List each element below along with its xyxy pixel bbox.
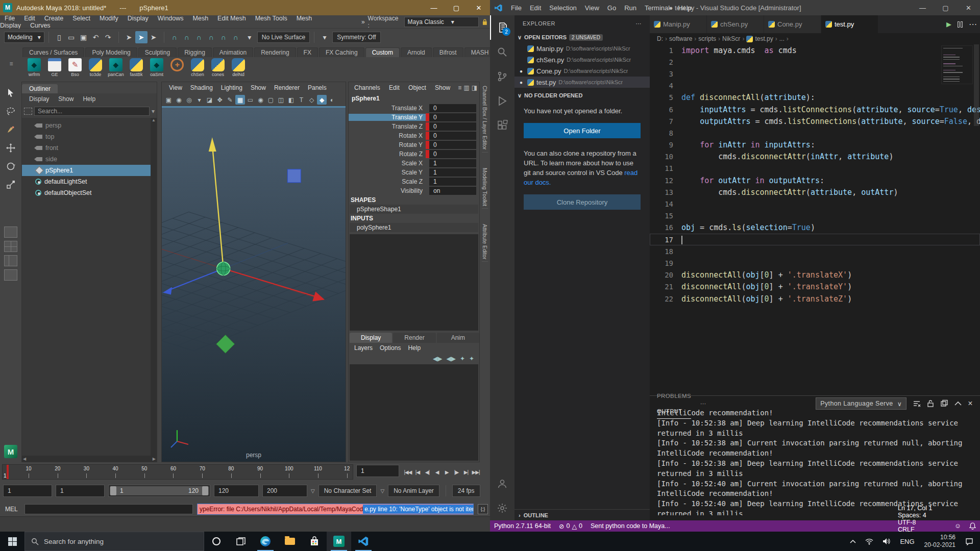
- vscode-close-button[interactable]: ✕: [957, 0, 980, 15]
- shelf-tab[interactable]: Curves / Surfaces: [22, 47, 84, 57]
- viewport-menu-item[interactable]: View: [165, 84, 186, 91]
- vscode-menu-item[interactable]: View: [581, 4, 603, 12]
- channel-value-field[interactable]: 0: [429, 132, 476, 140]
- snap-to-view-plane-icon[interactable]: ∩: [217, 31, 230, 43]
- new-empty-layer-icon[interactable]: ✦: [460, 355, 465, 362]
- more-actions-icon[interactable]: ⋯: [636, 20, 642, 27]
- shelf-tab[interactable]: FX Caching: [319, 47, 364, 57]
- clear-output-icon[interactable]: [913, 399, 921, 408]
- channel-value-field[interactable]: 0: [429, 150, 476, 158]
- channel-value-field[interactable]: 1: [429, 159, 476, 167]
- maximize-panel-icon[interactable]: [954, 401, 962, 406]
- code-line[interactable]: 6 inputAttrs = cmds.listConnections(attr…: [650, 104, 980, 115]
- cortana-button[interactable]: [204, 532, 229, 551]
- new-scene-icon[interactable]: ▯: [53, 31, 65, 43]
- mel-label[interactable]: MEL: [5, 506, 20, 513]
- range-end-handle[interactable]: [202, 486, 208, 495]
- channel-value-field[interactable]: 1: [429, 178, 476, 186]
- playback-range-slider[interactable]: 1 120: [108, 485, 210, 497]
- outliner-menu-item[interactable]: Show: [54, 95, 78, 103]
- channel-row[interactable]: Translate X 0: [349, 104, 479, 113]
- run-python-file-button[interactable]: ▶: [946, 20, 951, 28]
- no-live-surface-field[interactable]: No Live Surface: [257, 32, 310, 43]
- outliner-vertical-scrollbar[interactable]: ▲: [151, 118, 157, 456]
- outliner-item[interactable]: pSphere1: [22, 165, 157, 176]
- image-plane-icon[interactable]: ◪: [205, 95, 214, 105]
- channel-row[interactable]: Scale Y 1: [349, 168, 479, 177]
- code-line[interactable]: 16 obj = cmds.ls(selection=True): [650, 222, 980, 234]
- search-activity-icon[interactable]: [490, 40, 514, 64]
- maya-minimize-button[interactable]: —: [423, 0, 445, 15]
- shelf-button[interactable]: panCan: [107, 58, 125, 82]
- layer-editor-menu-item[interactable]: Options: [376, 344, 404, 352]
- shelf-tab[interactable]: Sculpting: [138, 47, 177, 57]
- shelf-tab[interactable]: Poly Modeling: [85, 47, 137, 57]
- breadcrumb-item[interactable]: NikScr›: [722, 35, 744, 42]
- channel-value-field[interactable]: 0: [429, 141, 476, 149]
- y-axis-handle[interactable]: [213, 149, 224, 269]
- outliner-menu-item[interactable]: Display: [25, 95, 53, 103]
- code-editor[interactable]: 1 import maya.cmds as cmds 2 3 4: [650, 44, 980, 395]
- outliner-title[interactable]: Outliner: [22, 84, 58, 93]
- outline-section[interactable]: › OUTLINE: [514, 509, 650, 520]
- resolution-gate-icon[interactable]: ◉: [256, 95, 265, 105]
- maya-menu-item[interactable]: Windows: [153, 15, 188, 22]
- editor-tab[interactable]: Cone.py ●: [764, 15, 821, 33]
- chevron-down-icon[interactable]: ▾: [152, 108, 155, 115]
- maya-taskbar-icon[interactable]: M: [327, 532, 351, 551]
- layout-single-pane-button[interactable]: [4, 227, 17, 238]
- output-channel-select[interactable]: Python Language Serve∨: [816, 397, 906, 410]
- scroll-lock-icon[interactable]: [927, 399, 934, 408]
- channel-box-menu-item[interactable]: Show: [431, 84, 454, 91]
- lock-camera-icon[interactable]: ◉: [174, 95, 184, 105]
- channel-value-field[interactable]: 0: [429, 122, 476, 131]
- code-line[interactable]: 8: [650, 127, 980, 139]
- shaded-icon[interactable]: ◆: [317, 95, 327, 105]
- maya-menu-item[interactable]: Modify: [95, 15, 123, 22]
- shelf-button[interactable]: cones: [209, 58, 227, 82]
- maya-close-button[interactable]: ✕: [468, 0, 490, 15]
- viewport-menu-item[interactable]: Panels: [304, 84, 331, 91]
- notifications-bell-icon[interactable]: [965, 522, 980, 530]
- status-right-item[interactable]: UTF-8: [894, 519, 950, 526]
- outliner-item[interactable]: side: [22, 154, 157, 165]
- shelf-tab[interactable]: Rendering: [254, 47, 296, 57]
- outliner-horizontal-scrollbar[interactable]: ◀▶: [22, 456, 157, 462]
- shape-node[interactable]: pSphereShape1: [350, 205, 478, 214]
- task-view-button[interactable]: [229, 532, 253, 551]
- vscode-minimize-button[interactable]: —: [911, 0, 934, 15]
- outliner-item[interactable]: front: [22, 142, 157, 154]
- vscode-menu-item[interactable]: Run: [620, 4, 641, 12]
- problems-status[interactable]: ⊘ 0 △ 0: [555, 522, 586, 530]
- chevron-down-icon[interactable]: ▾: [243, 31, 256, 43]
- outliner-item[interactable]: defaultObjectSet: [22, 187, 157, 198]
- outliner-item[interactable]: persp: [22, 120, 157, 131]
- field-chart-icon[interactable]: ◫: [276, 95, 286, 105]
- channel-row[interactable]: Visibility on: [349, 186, 479, 195]
- blue-plane-object[interactable]: [287, 169, 301, 183]
- current-time-field[interactable]: 1: [356, 465, 399, 477]
- gate-mask-icon[interactable]: ▢: [266, 95, 276, 105]
- layer-editor-tab[interactable]: Display: [350, 333, 392, 343]
- open-editors-section[interactable]: ∨ OPEN EDITORS 2 UNSAVED: [514, 32, 650, 43]
- play-backwards-button[interactable]: ◀: [432, 466, 442, 478]
- outliner-menu-item[interactable]: Help: [79, 95, 100, 103]
- shelf-button[interactable]: fastBk: [128, 58, 145, 82]
- code-line[interactable]: 15: [650, 210, 980, 222]
- step-back-key-button[interactable]: ◀|: [423, 466, 432, 478]
- channel-manipulator-icon[interactable]: ≡: [458, 84, 461, 91]
- more-actions-icon[interactable]: ⋯: [969, 19, 977, 29]
- chevron-down-icon[interactable]: ▽: [311, 488, 315, 494]
- shelf-tab[interactable]: Bifrost: [433, 47, 463, 57]
- rotate-tool-icon[interactable]: [4, 159, 18, 173]
- shelf-collapse-handle[interactable]: ≡: [0, 46, 22, 82]
- volume-icon[interactable]: [879, 538, 894, 545]
- editor-tab[interactable]: test.py ●: [821, 15, 878, 33]
- panel-tab[interactable]: PROBLEMS: [657, 388, 691, 404]
- open-editor-item[interactable]: ● Cone.py D:\software\scripts\NikScr: [514, 65, 650, 77]
- outliner-search-input[interactable]: Search...: [34, 107, 150, 116]
- channel-value-field[interactable]: 0: [429, 113, 476, 121]
- channel-row[interactable]: Rotate Y 0: [349, 140, 479, 149]
- maya-titlebar[interactable]: M Autodesk Maya 2018: untitled* --- pSph…: [0, 0, 490, 15]
- play-forwards-button[interactable]: ▶: [442, 466, 451, 478]
